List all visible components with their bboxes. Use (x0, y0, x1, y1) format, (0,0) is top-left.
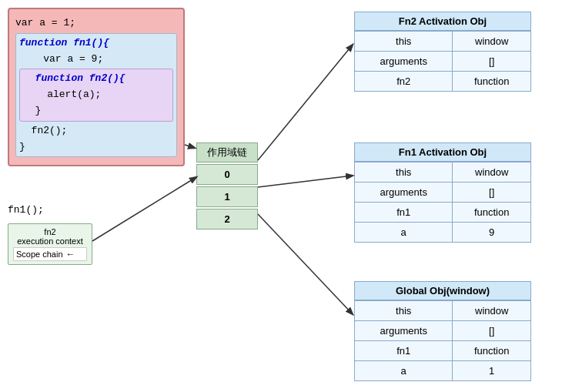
table-row: fn1 function (355, 203, 531, 223)
global-obj-table: this window arguments [] fn1 function a … (354, 300, 531, 381)
fn1-arguments-val: [] (453, 183, 531, 203)
execution-context-box: fn2execution context Scope chain ← (8, 223, 92, 265)
table-row: fn1 function (355, 341, 531, 361)
global-obj-title: Global Obj(window) (354, 281, 531, 300)
fn1-arguments-key: arguments (355, 183, 453, 203)
table-row: this window (355, 162, 531, 183)
fn2-this-val: window (453, 32, 531, 52)
table-row: arguments [] (355, 183, 531, 203)
scope-chain-box: 作用域链 0 1 2 (196, 142, 258, 230)
global-arguments-val: [] (453, 321, 531, 341)
global-this-val: window (453, 301, 531, 321)
fn2-obj-title: Fn2 Activation Obj (354, 12, 531, 31)
fn2-fn2-key: fn2 (355, 72, 453, 92)
scope-cell-1: 1 (196, 186, 258, 207)
table-row: arguments [] (355, 52, 531, 72)
table-row: arguments [] (355, 321, 531, 341)
global-fn1-key: fn1 (355, 341, 453, 361)
fn2-this-key: this (355, 32, 453, 52)
exec-context-title: fn2execution context (13, 227, 87, 246)
fn2-obj-table: this window arguments [] fn2 function (354, 31, 531, 92)
scope-chain-label: Scope chain (16, 250, 63, 259)
fn1-a-val: 9 (453, 223, 531, 243)
table-row: a 1 (355, 361, 531, 381)
fn2-fn2-val: function (453, 72, 531, 92)
global-arguments-key: arguments (355, 321, 453, 341)
code-line-5: alert(a); (23, 87, 169, 103)
table-row: this window (355, 32, 531, 52)
code-line-7: fn2(); (19, 123, 173, 139)
code-block: var a = 1; function fn1(){ var a = 9; fu… (8, 8, 185, 166)
diagram-container: var a = 1; function fn1(){ var a = 9; fu… (0, 0, 562, 392)
fn2-activation-obj: Fn2 Activation Obj this window arguments… (354, 12, 531, 92)
fn2-arguments-key: arguments (355, 52, 453, 72)
fn1-obj-table: this window arguments [] fn1 function a … (354, 162, 531, 243)
table-row: fn2 function (355, 72, 531, 92)
code-line-8: } (19, 139, 173, 156)
svg-line-2 (258, 214, 353, 314)
code-line-2: function fn1(){ (19, 35, 173, 52)
code-line-1: var a = 1; (15, 15, 177, 32)
code-line-4: function fn2(){ (23, 71, 169, 87)
fn1-obj-title: Fn1 Activation Obj (354, 142, 531, 162)
scope-chain-arrow: ← (66, 249, 75, 260)
fn2-arguments-val: [] (453, 52, 531, 72)
svg-line-0 (258, 45, 353, 160)
fn1-fn1-val: function (453, 203, 531, 223)
scope-chain-row: Scope chain ← (13, 247, 87, 261)
scope-cell-0: 0 (196, 164, 258, 185)
fn1-this-val: window (453, 162, 531, 183)
code-line-6: } (23, 103, 169, 119)
fn1-call: fn1(); (8, 204, 44, 216)
code-line-3: var a = 9; (19, 52, 173, 68)
fn2-block: function fn2(){ alert(a); } (19, 69, 173, 121)
global-fn1-val: function (453, 341, 531, 361)
fn1-activation-obj: Fn1 Activation Obj this window arguments… (354, 142, 531, 243)
table-row: this window (355, 301, 531, 321)
scope-chain-title: 作用域链 (196, 142, 258, 162)
fn1-fn1-key: fn1 (355, 203, 453, 223)
global-activation-obj: Global Obj(window) this window arguments… (354, 281, 531, 381)
global-this-key: this (355, 301, 453, 321)
fn1-this-key: this (355, 162, 453, 183)
scope-chain-cells: 0 1 2 (196, 164, 258, 230)
fn1-a-key: a (355, 223, 453, 243)
svg-line-3 (185, 145, 195, 148)
svg-line-1 (258, 176, 353, 187)
table-row: a 9 (355, 223, 531, 243)
global-a-val: 1 (453, 361, 531, 381)
fn1-block: function fn1(){ var a = 9; function fn2(… (15, 33, 177, 158)
global-a-key: a (355, 361, 453, 381)
scope-cell-2: 2 (196, 209, 258, 230)
